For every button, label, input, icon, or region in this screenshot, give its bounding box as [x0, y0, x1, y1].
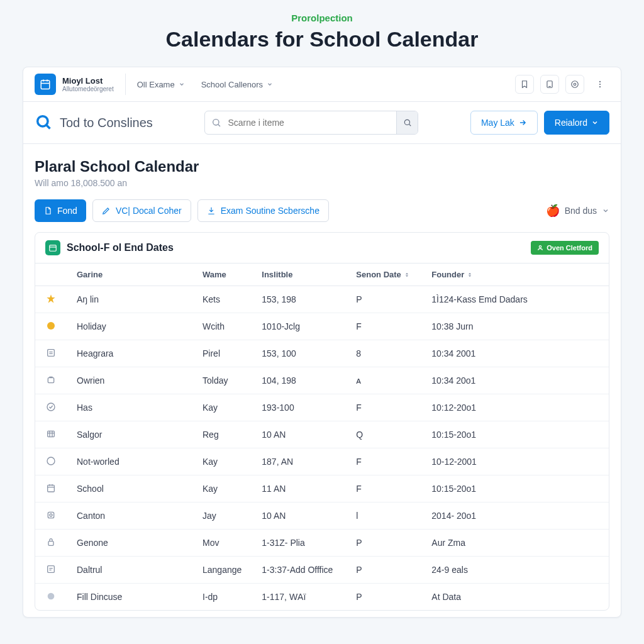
- table-row[interactable]: CantonJay10 ANl2014- 20o1: [35, 502, 609, 530]
- bookmark-icon[interactable]: [515, 75, 534, 94]
- page-title: Calendars for School Calendar: [0, 27, 644, 52]
- fond-button[interactable]: Fond: [35, 199, 86, 222]
- user-icon: [537, 245, 543, 251]
- table-row[interactable]: Fill DincuseI-dp1-117, WАïPAt Data: [35, 584, 609, 611]
- cell-wame: Mov: [192, 530, 252, 557]
- col-founder[interactable]: Founder: [421, 264, 609, 286]
- circle-icon[interactable]: [565, 75, 584, 94]
- cell-seson: P: [346, 530, 421, 557]
- cell-founder: 10:34 20o1: [421, 367, 609, 394]
- table-row[interactable]: SchoolKay11 ANF10:15-20o1: [35, 475, 609, 502]
- row-icon: [45, 293, 57, 304]
- header-bar: Mioyl Lost Allutomedeörgeret Oll Exame S…: [23, 67, 621, 102]
- cell-inst: 11 AN: [252, 475, 346, 502]
- cell-inst: 153, 198: [252, 286, 346, 313]
- button-label: May Lak: [481, 118, 514, 128]
- cell-inst: 187, AN: [252, 448, 346, 475]
- cell-founder: 10-12-2001: [421, 448, 609, 475]
- svg-point-6: [599, 86, 601, 87]
- logo-block[interactable]: Mioyl Lost Allutomedeörgeret: [35, 74, 126, 95]
- cell-name: Fill Dincuse: [67, 584, 192, 611]
- col-garine[interactable]: Garine: [67, 264, 192, 286]
- search-submit-icon[interactable]: [396, 111, 418, 134]
- svg-point-12: [47, 322, 55, 330]
- cell-wame: I-dp: [192, 584, 252, 611]
- cell-name: Holiday: [67, 313, 192, 340]
- button-label: Exam Soutine Scbersche: [221, 206, 319, 216]
- cell-seson: Q: [346, 421, 421, 448]
- table-row[interactable]: Not-worledKay187, ANF10-12-2001: [35, 448, 609, 475]
- svg-point-5: [599, 84, 601, 85]
- header-right: [515, 75, 609, 94]
- exam-sout-button[interactable]: Exam Soutine Scbersche: [197, 199, 329, 222]
- cell-seson: P: [346, 584, 421, 611]
- col-wame[interactable]: Wame: [192, 264, 252, 286]
- cell-seson: F: [346, 394, 421, 421]
- cell-inst: 1-3:37-Add Offfice: [252, 557, 346, 584]
- content-area: Plaral School Calendar Will amo 18,008.5…: [23, 144, 621, 617]
- cell-founder: 10:38 Jurn: [421, 313, 609, 340]
- svg-point-4: [599, 81, 601, 82]
- cell-wame: Tolday: [192, 367, 252, 394]
- svg-point-7: [38, 116, 48, 126]
- chevron-down-icon: [179, 81, 185, 87]
- header-left: Mioyl Lost Allutomedeörgeret Oll Exame S…: [35, 74, 289, 95]
- logo-text: Mioyl Lost Allutomedeörgeret: [62, 76, 114, 92]
- download-icon: [207, 206, 216, 215]
- cell-seson: ᴀ: [346, 367, 421, 394]
- reialord-button[interactable]: Reialord: [544, 111, 609, 135]
- table-row[interactable]: HasKay193-100F10:12-20o1: [35, 394, 609, 421]
- table-row[interactable]: HeagraraPirel153, 100810:34 2001: [35, 340, 609, 367]
- search-input[interactable]: [228, 111, 396, 134]
- cell-founder: 2014- 20o1: [421, 502, 609, 530]
- vc-docal-button[interactable]: VC| Docal Coher: [92, 199, 191, 222]
- svg-rect-22: [48, 566, 55, 573]
- cell-seson: F: [346, 313, 421, 340]
- cell-inst: 104, 198: [252, 367, 346, 394]
- apple-icon: 🍎: [546, 204, 560, 218]
- table-row[interactable]: GenoneMov1-31Z- PliaPAur Zma: [35, 530, 609, 557]
- more-icon[interactable]: [591, 75, 609, 94]
- svg-rect-10: [50, 245, 57, 251]
- svg-point-3: [574, 83, 576, 86]
- cell-seson: P: [346, 557, 421, 584]
- table-row[interactable]: OwrienTolday104, 198ᴀ10:34 20o1: [35, 367, 609, 394]
- table-header-left: School-F ol End Dates: [45, 240, 174, 255]
- col-senon-date[interactable]: Senon Date: [346, 264, 421, 286]
- search-input-group[interactable]: [204, 111, 418, 135]
- device-icon[interactable]: [540, 75, 559, 94]
- cell-inst: 1-31Z- Plia: [252, 530, 346, 557]
- may-lak-button[interactable]: May Lak: [470, 111, 538, 135]
- table-row[interactable]: HolidayWcith1010-JclgF10:38 Jurn: [35, 313, 609, 340]
- row-icon: [45, 564, 57, 575]
- oven-cletford-button[interactable]: Oven Cletford: [531, 241, 599, 255]
- dropdown-label: Bnd dus: [565, 206, 597, 216]
- nav-item-school-callenors[interactable]: School Callenors: [201, 80, 273, 89]
- chevron-down-icon: [602, 207, 609, 214]
- table-row[interactable]: DaltrulLangange1-3:37-Add OffficeP24-9 e…: [35, 557, 609, 584]
- cell-inst: 1010-Jclg: [252, 313, 346, 340]
- cell-name: Not-worled: [67, 448, 192, 475]
- nav-label: School Callenors: [201, 80, 263, 89]
- search-row: Tod to Conslines May Lak Reialord: [23, 102, 621, 144]
- cell-name: Canton: [67, 502, 192, 530]
- table-row[interactable]: Aŋ linKets153, 198P1Ì124-Kass Emd Dadars: [35, 286, 609, 313]
- table-row[interactable]: SalgorReg10 ANQ10:15-20o1: [35, 421, 609, 448]
- svg-rect-18: [48, 485, 55, 492]
- svg-point-9: [404, 119, 409, 125]
- nav-item-oll-exame[interactable]: Oll Exame: [137, 80, 185, 89]
- button-label: Fond: [57, 206, 77, 216]
- end-dropdown[interactable]: 🍎 Bnd dus: [546, 204, 609, 218]
- row-icon: [45, 401, 57, 413]
- svg-rect-19: [48, 512, 53, 518]
- col-icon: [35, 264, 67, 286]
- table-header: School-F ol End Dates Oven Cletford: [35, 233, 609, 263]
- search-left: Tod to Conslines: [35, 113, 153, 132]
- svg-point-23: [48, 593, 55, 600]
- row-icon: [45, 455, 57, 467]
- col-inslitble[interactable]: Inslitble: [252, 264, 346, 286]
- table-card: School-F ol End Dates Oven Cletford Gari…: [35, 232, 609, 611]
- table-title: School-F ol End Dates: [67, 242, 174, 253]
- sort-icon: [467, 272, 473, 278]
- svg-point-17: [47, 457, 55, 465]
